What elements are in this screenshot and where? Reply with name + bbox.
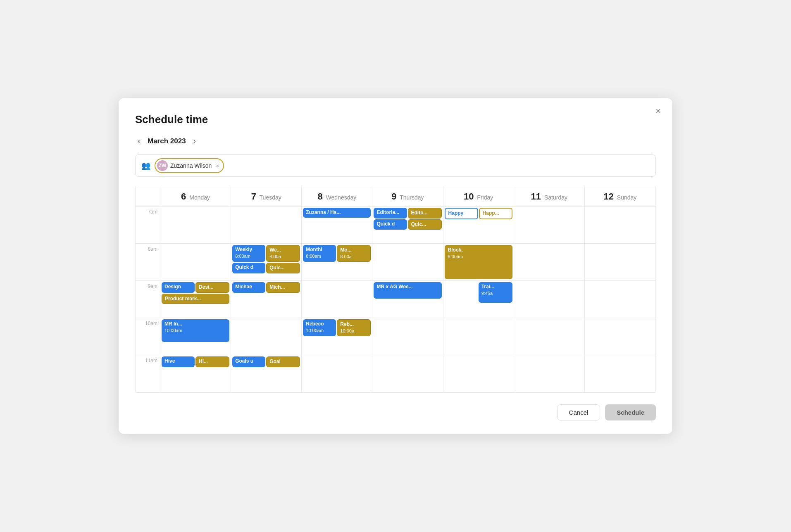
cell-sat-11am xyxy=(514,355,585,392)
cell-fri-11am xyxy=(443,355,514,392)
evt-tue-9am-michael-blue[interactable]: Michae xyxy=(232,282,265,293)
evt-tue-9am-michael-olive[interactable]: Mich... xyxy=(266,282,300,293)
evt-tue-8am-weekly-olive[interactable]: We...8:00a xyxy=(266,245,300,262)
attendee-name: Zuzanna Wilson xyxy=(170,162,212,169)
day-num-sat: 11 xyxy=(531,191,541,202)
evt-tue-8am-quick-blue[interactable]: Quick d xyxy=(232,263,265,273)
next-month-button[interactable]: › xyxy=(191,136,198,146)
day-label-thu: Thursday xyxy=(400,194,424,201)
cell-wed-9am xyxy=(302,281,372,318)
cell-thu-10am xyxy=(372,318,443,355)
evt-mon-9am-design-blue[interactable]: Design xyxy=(162,282,195,293)
day-label-sun: Sunday xyxy=(617,194,636,201)
thu-7am-quick-pair: Quick d Quic... xyxy=(374,219,441,230)
remove-attendee-button[interactable]: × xyxy=(216,163,219,169)
evt-mon-11am-hive-blue[interactable]: Hive xyxy=(162,356,195,367)
time-7am: 7am xyxy=(136,207,160,244)
cell-fri-9am: Trai...9:45a xyxy=(443,281,514,318)
row-7am: 7am Zuzanna / Ha... Editoria... Edito...… xyxy=(136,207,655,244)
row-8am: 8am Weekly8:00am We...8:00a Quick d Quic… xyxy=(136,244,655,281)
cell-sat-7am xyxy=(514,207,585,244)
month-nav: ‹ March 2023 › xyxy=(135,136,656,146)
tue-11am-goals-pair: Goals u Goal xyxy=(232,356,300,367)
evt-mon-9am-product[interactable]: Product mark... xyxy=(162,294,229,304)
cell-sat-8am xyxy=(514,244,585,281)
evt-thu-7am-editorial-olive[interactable]: Edito... xyxy=(408,208,442,218)
evt-mon-10am-mr-in[interactable]: MR In...10:00am xyxy=(162,319,229,342)
evt-wed-8am-monthly-blue[interactable]: Monthl8:00am xyxy=(303,245,336,262)
mon-9am-design-pair: Design Desi... xyxy=(162,282,229,293)
evt-fri-7am-happy-olive[interactable]: Happ... xyxy=(479,208,512,219)
calendar-header: 6 Monday 7 Tuesday 8 Wednesday 9 Thursda… xyxy=(136,186,655,207)
cell-wed-11am xyxy=(302,355,372,392)
cell-wed-10am: Rebeco10:00am Reb...10:00a xyxy=(302,318,372,355)
evt-mon-9am-design-olive[interactable]: Desi... xyxy=(195,282,229,293)
evt-thu-9am-mr-ag[interactable]: MR x AG Wee... xyxy=(374,282,441,299)
cell-mon-11am: Hive Hi... xyxy=(160,355,231,392)
schedule-button[interactable]: Schedule xyxy=(605,404,656,420)
attendee-chip: ZW Zuzanna Wilson × xyxy=(155,158,224,173)
cell-tue-11am: Goals u Goal xyxy=(231,355,302,392)
cell-sat-10am xyxy=(514,318,585,355)
evt-wed-10am-rebecca-olive[interactable]: Reb...10:00a xyxy=(337,319,371,336)
calendar: 6 Monday 7 Tuesday 8 Wednesday 9 Thursda… xyxy=(135,186,656,393)
cell-wed-8am: Monthl8:00am Mo...8:00a xyxy=(302,244,372,281)
col-header-sun: 12 Sunday xyxy=(585,186,655,207)
cell-fri-8am: Block,8:30am xyxy=(443,244,514,281)
evt-tue-11am-goals-blue[interactable]: Goals u xyxy=(232,356,265,367)
row-11am: 11am Hive Hi... Goals u Goal xyxy=(136,355,655,392)
cell-sat-9am xyxy=(514,281,585,318)
cell-wed-7am: Zuzanna / Ha... xyxy=(302,207,372,244)
evt-wed-8am-monthly-olive[interactable]: Mo...8:00a xyxy=(337,245,371,262)
evt-thu-7am-quick-olive[interactable]: Quic... xyxy=(408,219,442,230)
time-11am: 11am xyxy=(136,355,160,392)
day-num-wed: 8 xyxy=(317,191,322,202)
fri-7am-happy-pair: Happy Happ... xyxy=(445,208,512,219)
evt-fri-9am-train[interactable]: Trai...9:45a xyxy=(479,282,512,303)
tue-8am-pair: Weekly8:00am We...8:00a xyxy=(232,245,300,262)
avatar: ZW xyxy=(157,160,168,171)
cell-fri-7am: Happy Happ... xyxy=(443,207,514,244)
day-label-tue: Tuesday xyxy=(260,194,281,201)
prev-month-button[interactable]: ‹ xyxy=(135,136,143,146)
cell-thu-8am xyxy=(372,244,443,281)
cell-sun-7am xyxy=(585,207,655,244)
cell-tue-7am xyxy=(231,207,302,244)
attendees-input[interactable]: 👥 ZW Zuzanna Wilson × xyxy=(135,154,656,177)
cell-mon-7am xyxy=(160,207,231,244)
day-num-sun: 12 xyxy=(603,191,613,202)
day-label-mon: Monday xyxy=(189,194,210,201)
row-10am: 10am MR In...10:00am Rebeco10:00am Reb..… xyxy=(136,318,655,355)
evt-tue-8am-quick-olive[interactable]: Quic... xyxy=(266,263,300,273)
day-num-thu: 9 xyxy=(391,191,396,202)
cell-sun-9am xyxy=(585,281,655,318)
cell-thu-7am: Editoria... Edito... Quick d Quic... xyxy=(372,207,443,244)
evt-tue-8am-weekly-blue[interactable]: Weekly8:00am xyxy=(232,245,265,262)
close-button[interactable]: × xyxy=(655,107,661,116)
col-header-wed: 8 Wednesday xyxy=(302,186,372,207)
schedule-modal: × Schedule time ‹ March 2023 › 👥 ZW Zuza… xyxy=(119,98,672,434)
tue-9am-michael-pair: Michae Mich... xyxy=(232,282,300,293)
thu-7am-pair: Editoria... Edito... xyxy=(374,208,441,218)
evt-fri-7am-happy-blue[interactable]: Happy xyxy=(445,208,478,219)
col-header-fri: 10 Friday xyxy=(443,186,514,207)
wed-8am-pair: Monthl8:00am Mo...8:00a xyxy=(303,245,371,262)
evt-mon-11am-hive-olive[interactable]: Hi... xyxy=(195,356,229,367)
day-num-mon: 6 xyxy=(181,191,186,202)
cell-sun-10am xyxy=(585,318,655,355)
evt-fri-8am-block[interactable]: Block,8:30am xyxy=(445,245,512,279)
evt-wed-10am-rebecca-blue[interactable]: Rebeco10:00am xyxy=(303,319,336,336)
cell-tue-9am: Michae Mich... xyxy=(231,281,302,318)
cancel-button[interactable]: Cancel xyxy=(557,404,600,420)
cell-sun-11am xyxy=(585,355,655,392)
evt-tue-11am-goals-olive[interactable]: Goal xyxy=(266,356,300,367)
evt-thu-7am-quick-blue[interactable]: Quick d xyxy=(374,219,407,230)
evt-wed-7am-zuzanna[interactable]: Zuzanna / Ha... xyxy=(303,208,371,218)
modal-title: Schedule time xyxy=(135,113,656,126)
time-9am: 9am xyxy=(136,281,160,318)
col-header-tue: 7 Tuesday xyxy=(231,186,302,207)
day-num-tue: 7 xyxy=(251,191,256,202)
time-8am: 8am xyxy=(136,244,160,281)
cell-mon-8am xyxy=(160,244,231,281)
evt-thu-7am-editorial-blue[interactable]: Editoria... xyxy=(374,208,407,218)
